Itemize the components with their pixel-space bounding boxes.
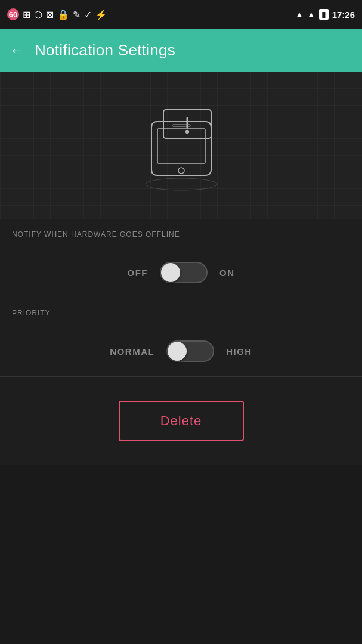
offline-toggle-thumb bbox=[161, 263, 180, 282]
hero-illustration bbox=[0, 72, 362, 219]
offline-toggle-row: OFF ON bbox=[0, 247, 362, 298]
content-area: NOTIFY WHEN HARDWARE GOES OFFLINE OFF ON… bbox=[0, 219, 362, 465]
svg-rect-0 bbox=[157, 129, 205, 163]
priority-toggle[interactable] bbox=[166, 340, 214, 362]
section-title-notify: NOTIFY WHEN HARDWARE GOES OFFLINE bbox=[0, 219, 362, 247]
signal-icon: ▲ bbox=[307, 10, 315, 19]
status-app-60: 60 bbox=[7, 8, 19, 20]
status-app-icon-7: ⚡ bbox=[95, 9, 107, 20]
status-app-icon-4: 🔒 bbox=[57, 9, 69, 20]
priority-toggle-on-label: HIGH bbox=[226, 346, 252, 357]
status-app-icon-1: ⊞ bbox=[23, 9, 30, 20]
delete-button-container: Delete bbox=[0, 377, 362, 465]
svg-point-1 bbox=[178, 168, 184, 174]
status-time: 17:26 bbox=[332, 10, 355, 20]
status-app-icon-6: ✓ bbox=[84, 9, 92, 20]
svg-point-5 bbox=[185, 131, 188, 134]
section-title-priority: PRIORITY bbox=[0, 298, 362, 326]
page-title: Notification Settings bbox=[35, 41, 175, 60]
status-app-icon-3: ⊠ bbox=[46, 9, 54, 20]
status-app-icon-5: ✎ bbox=[73, 9, 81, 20]
phone-notification-illustration bbox=[116, 92, 247, 199]
status-bar: 60 ⊞ ⬡ ⊠ 🔒 ✎ ✓ ⚡ ▲ ▲ ▮ 17:26 bbox=[0, 0, 362, 29]
offline-toggle-on-label: ON bbox=[219, 268, 235, 278]
back-button[interactable]: ← bbox=[10, 42, 25, 58]
priority-toggle-row: NORMAL HIGH bbox=[0, 326, 362, 376]
delete-button[interactable]: Delete bbox=[119, 401, 244, 441]
battery-icon: ▮ bbox=[319, 9, 329, 20]
status-app-icon-2: ⬡ bbox=[34, 9, 42, 20]
status-bar-indicators: ▲ ▲ ▮ 17:26 bbox=[295, 9, 355, 20]
priority-toggle-off-label: NORMAL bbox=[110, 346, 154, 357]
offline-toggle-off-label: OFF bbox=[128, 268, 148, 278]
app-bar: ← Notification Settings bbox=[0, 29, 362, 72]
priority-toggle-thumb bbox=[168, 342, 187, 361]
svg-point-6 bbox=[146, 178, 217, 190]
offline-toggle[interactable] bbox=[160, 262, 208, 283]
status-bar-apps: 60 ⊞ ⬡ ⊠ 🔒 ✎ ✓ ⚡ bbox=[7, 8, 107, 20]
wifi-icon: ▲ bbox=[295, 10, 304, 19]
